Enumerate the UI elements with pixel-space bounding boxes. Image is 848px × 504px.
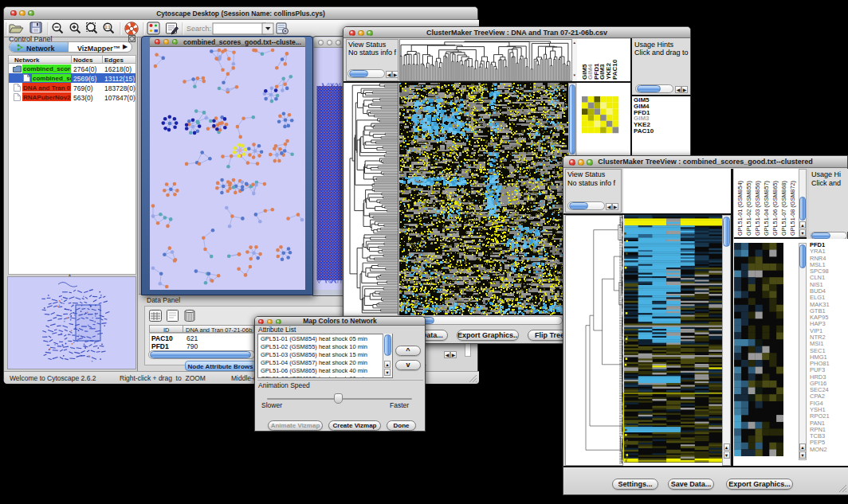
svg-text:1:1: 1:1: [105, 25, 111, 29]
svg-text:Search:: Search:: [186, 25, 211, 33]
